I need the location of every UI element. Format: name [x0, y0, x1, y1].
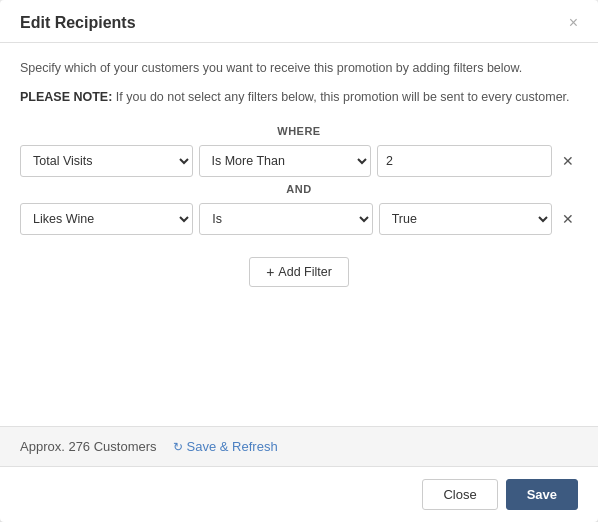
footer-info: Approx. 276 Customers ↻ Save & Refresh — [0, 426, 598, 466]
where-label: WHERE — [20, 125, 578, 137]
modal-body: Specify which of your customers you want… — [0, 43, 598, 426]
add-filter-label: Add Filter — [278, 265, 332, 279]
filter2-value-select[interactable]: True False — [379, 203, 552, 235]
edit-recipients-modal: Edit Recipients × Specify which of your … — [0, 0, 598, 522]
description-text: Specify which of your customers you want… — [20, 59, 578, 78]
modal-header: Edit Recipients × — [0, 0, 598, 43]
add-filter-wrap: + Add Filter — [20, 247, 578, 287]
filter1-value-input[interactable] — [377, 145, 552, 177]
note-text: PLEASE NOTE: If you do not select any fi… — [20, 88, 578, 107]
filter2-operator-select[interactable]: Is Is More Than Is Less Than Contains — [199, 203, 372, 235]
filter-row-2: Likes Wine Total Visits Total Spend Last… — [20, 203, 578, 235]
filter1-field-select[interactable]: Total Visits Total Spend Last Visit Firs… — [20, 145, 193, 177]
modal-title: Edit Recipients — [20, 14, 136, 32]
plus-icon: + — [266, 264, 274, 280]
close-button[interactable]: Close — [422, 479, 497, 510]
filter-row-1: Total Visits Total Spend Last Visit Firs… — [20, 145, 578, 177]
save-refresh-label: Save & Refresh — [187, 439, 278, 454]
note-body: If you do not select any filters below, … — [112, 90, 569, 104]
add-filter-button[interactable]: + Add Filter — [249, 257, 349, 287]
save-refresh-button[interactable]: ↻ Save & Refresh — [173, 439, 278, 454]
save-button[interactable]: Save — [506, 479, 578, 510]
filter2-field-select[interactable]: Likes Wine Total Visits Total Spend Last… — [20, 203, 193, 235]
filter2-remove-button[interactable]: ✕ — [558, 209, 578, 229]
modal-close-x-button[interactable]: × — [569, 15, 578, 31]
footer-actions: Close Save — [0, 466, 598, 522]
and-label: AND — [20, 183, 578, 195]
filter1-operator-select[interactable]: Is Is More Than Is Less Than Contains Do… — [199, 145, 372, 177]
note-bold: PLEASE NOTE: — [20, 90, 112, 104]
approx-customers-text: Approx. 276 Customers — [20, 439, 157, 454]
filter1-remove-button[interactable]: ✕ — [558, 151, 578, 171]
refresh-icon: ↻ — [173, 440, 183, 454]
